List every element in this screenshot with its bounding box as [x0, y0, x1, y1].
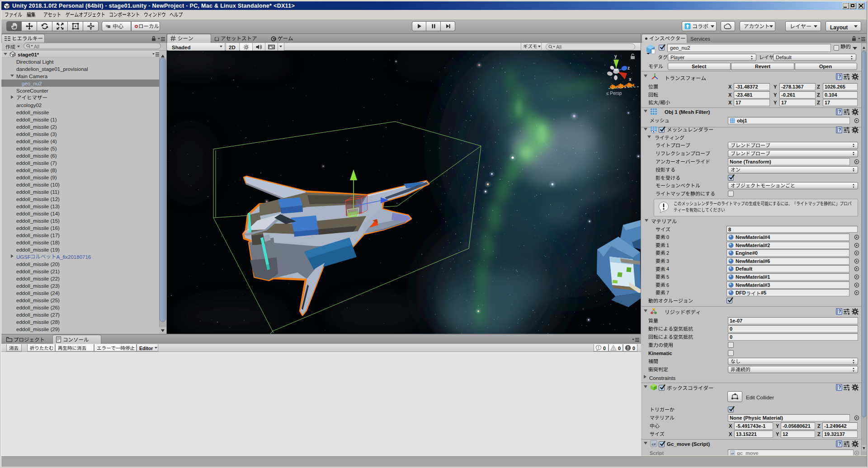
svg-text:y: y — [614, 54, 617, 59]
svg-text:c#: c# — [731, 452, 734, 455]
svg-text:?: ? — [838, 74, 841, 79]
svg-text:?: ? — [838, 385, 841, 390]
svg-text:c#: c# — [652, 442, 656, 446]
svg-text:?: ? — [838, 309, 841, 314]
svg-text:?: ? — [838, 441, 841, 446]
svg-text:x: x — [629, 77, 632, 82]
svg-text:?: ? — [838, 109, 841, 114]
svg-text:z: z — [627, 66, 630, 70]
svg-text:?: ? — [838, 127, 841, 132]
svg-text:≤ Persp: ≤ Persp — [606, 91, 622, 96]
